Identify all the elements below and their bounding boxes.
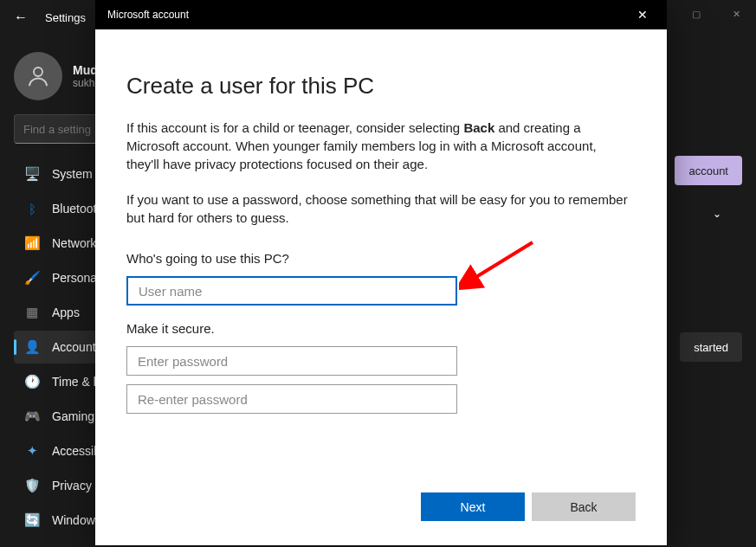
nav-label: System [52, 167, 93, 181]
dialog-paragraph-2: If you want to use a password, choose so… [126, 190, 629, 227]
apps-icon: ▦ [24, 305, 40, 320]
get-started-button[interactable]: started [680, 332, 742, 362]
dialog-heading: Create a user for this PC [126, 73, 636, 100]
username-input[interactable] [126, 276, 457, 306]
gaming-icon: 🎮 [24, 409, 40, 424]
chevron-down-icon[interactable]: ⌄ [713, 208, 721, 220]
avatar-icon [14, 52, 62, 100]
password-input[interactable] [126, 346, 457, 376]
accessibili-icon: ✦ [24, 443, 40, 459]
close-window-button[interactable]: ✕ [716, 0, 756, 28]
close-icon[interactable]: ✕ [630, 4, 655, 25]
privacy-icon: 🛡️ [24, 478, 40, 493]
reenter-password-input[interactable] [126, 384, 457, 414]
settings-window-title: Settings [45, 11, 86, 24]
nav-label: Windows [52, 513, 101, 527]
system-icon: 🖥️ [24, 166, 40, 182]
back-arrow-icon[interactable]: ← [14, 10, 28, 25]
nav-label: Apps [52, 306, 80, 319]
dialog-footer: Next Back [95, 475, 667, 545]
svg-point-0 [34, 68, 42, 76]
user-email: sukhi [73, 77, 98, 89]
network-icon: 📶 [24, 235, 40, 251]
password-section-label: Make it secure. [126, 321, 636, 336]
nav-label: Gaming [52, 409, 94, 423]
para1-bold: Back [463, 120, 494, 135]
dialog-titlebar: Microsoft account ✕ [95, 0, 667, 29]
next-button[interactable]: Next [421, 492, 525, 521]
microsoft-account-dialog: Microsoft account ✕ Create a user for th… [95, 0, 667, 545]
nav-label: Accounts [52, 340, 102, 354]
maximize-button[interactable]: ▢ [676, 0, 716, 28]
accounts-icon: 👤 [24, 339, 40, 355]
personali-icon: 🖌️ [24, 270, 40, 286]
back-button[interactable]: Back [532, 492, 636, 521]
username-section-label: Who's going to use this PC? [126, 251, 636, 266]
dialog-title: Microsoft account [107, 9, 189, 21]
para1-text-a: If this account is for a child or teenag… [126, 120, 463, 135]
account-button[interactable]: account [675, 156, 742, 185]
bluetooth-icon: ᛒ [24, 201, 40, 216]
nav-label: Network [52, 236, 96, 250]
user-display-name: Mud [73, 63, 98, 77]
timela-icon: 🕐 [24, 374, 40, 389]
dialog-paragraph-1: If this account is for a child or teenag… [126, 119, 629, 173]
windows-icon: 🔄 [24, 512, 40, 528]
